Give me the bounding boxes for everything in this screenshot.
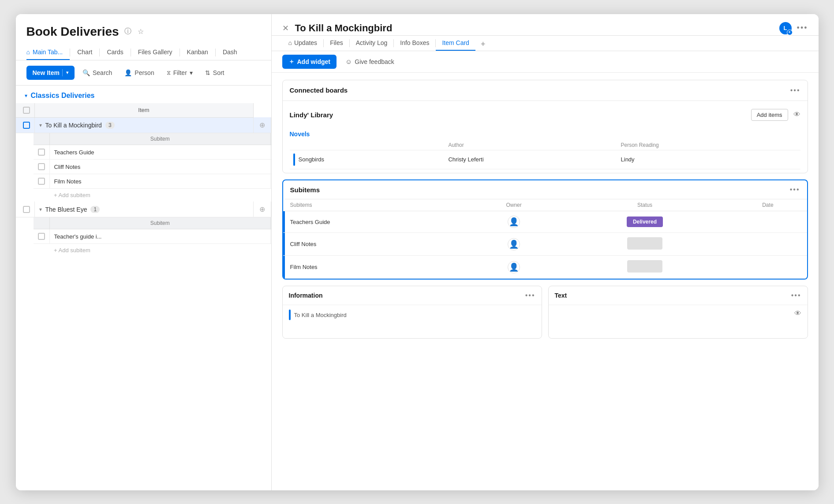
add-tab-button[interactable]: +	[477, 38, 489, 51]
app-window: Book Deliveries ⓘ ☆ ⌂ Main Tab...	[16, 14, 819, 490]
group-title: Classics Deliveries	[31, 92, 95, 100]
info-icon-btn[interactable]: ⓘ	[123, 26, 132, 37]
tab-files-gallery[interactable]: Files Gallery	[131, 45, 180, 60]
expand-icon[interactable]: ▾	[39, 122, 42, 128]
information-content: To Kill a Mockingbird	[289, 310, 347, 320]
subitems-header-row: Subitems Owner Status Date	[283, 199, 807, 211]
tab-info-boxes[interactable]: Info Boxes	[394, 36, 435, 51]
tab-main[interactable]: ⌂ Main Tab...	[26, 45, 70, 60]
tab-chart[interactable]: Chart	[70, 45, 99, 60]
group-header: ▾ Classics Deliveries	[16, 86, 271, 103]
tab-updates[interactable]: ⌂ Updates	[282, 36, 324, 51]
add-subitem-button[interactable]: ⊕	[259, 205, 265, 213]
main-content: Book Deliveries ⓘ ☆ ⌂ Main Tab...	[16, 14, 819, 490]
subitem-owner-cell: 👤	[467, 256, 561, 279]
cb-header: Connected boards •••	[283, 80, 808, 101]
more-options-button[interactable]: •••	[797, 23, 808, 33]
subitems-data-row: Teachers Guide 👤 Delivered	[283, 211, 807, 233]
subitems-card-header: Subitems •••	[283, 180, 807, 199]
new-item-button[interactable]: New Item ▾	[26, 66, 75, 80]
novel-author-col: Author	[445, 140, 617, 150]
add-subitem-button[interactable]: ⊕	[259, 121, 265, 129]
expand-icon[interactable]: ▾	[39, 206, 42, 213]
text-card-body: 👁	[549, 305, 808, 322]
subitem-owner-cell: 👤	[467, 211, 561, 233]
information-text: To Kill a Mockingbird	[294, 312, 347, 318]
info-icon: ⓘ	[124, 27, 131, 36]
close-button[interactable]: ✕	[282, 23, 289, 33]
text-eye-btn[interactable]: 👁	[794, 310, 801, 317]
novel-author-cell: Christy Leferti	[445, 150, 617, 169]
subitem-checkbox[interactable]	[38, 149, 45, 156]
person-button[interactable]: 👤 Person	[120, 67, 158, 79]
item-name-cell[interactable]: ▾ The Bluest Eye 1	[34, 202, 253, 217]
item-card-title: To Kill a Mockingbird	[295, 22, 393, 34]
feedback-button[interactable]: ☺ Give feedback	[341, 55, 399, 68]
connected-boards-more-btn[interactable]: •••	[790, 86, 800, 94]
novel-person-cell: Lindy	[617, 150, 800, 169]
item-count-badge: 3	[105, 122, 115, 129]
add-subitem-row[interactable]: + Add subitem	[34, 189, 271, 202]
group-collapse-btn[interactable]: ▾	[25, 93, 27, 99]
novels-header-row: Author Person Reading	[290, 140, 800, 150]
add-subitem-row-2[interactable]: + Add subitem	[34, 244, 271, 257]
sort-button[interactable]: ⇅ Sort	[201, 67, 229, 79]
text-card-header: Text •••	[549, 286, 808, 305]
subitem-section: Subitem	[16, 133, 271, 202]
filter-chevron-icon: ▾	[190, 69, 193, 76]
star-icon-btn[interactable]: ☆	[137, 26, 145, 37]
row-checkbox-cell	[16, 202, 35, 217]
tab-files[interactable]: Files	[324, 36, 349, 51]
novel-row: Songbirds Christy Leferti Lindy	[290, 150, 800, 169]
text-more-btn[interactable]: •••	[791, 291, 801, 299]
select-all-checkbox[interactable]	[23, 107, 30, 114]
subitems-more-btn[interactable]: •••	[790, 186, 800, 194]
item-name-cell[interactable]: ▾ To Kill a Mockingbird 3	[34, 117, 253, 133]
subitem-checkbox[interactable]	[38, 163, 45, 170]
row-checkbox[interactable]	[23, 206, 30, 213]
add-items-button[interactable]: Add items	[751, 109, 788, 121]
item-card-header: ✕ To Kill a Mockingbird L + •••	[272, 14, 819, 36]
add-widget-button[interactable]: ＋ Add widget	[282, 55, 337, 69]
add-subitem-label-2[interactable]: + Add subitem	[49, 244, 271, 257]
subitem-header-row-2: Subitem	[34, 217, 271, 229]
tab-cards[interactable]: Cards	[100, 45, 130, 60]
information-card: Information ••• To Kill a Mockingbird	[282, 286, 542, 339]
subitem-row-name: Teachers Guide	[285, 211, 467, 233]
item-name: To Kill a Mockingbird	[45, 122, 102, 129]
subitem-name-cell: Teacher's guide i...	[49, 229, 271, 244]
home-icon: ⌂	[26, 49, 30, 56]
avatar-button[interactable]: L +	[778, 21, 793, 35]
novel-name-cell: Songbirds	[290, 150, 445, 169]
add-subitem-label[interactable]: + Add subitem	[49, 189, 271, 202]
search-button[interactable]: 🔍 Search	[78, 67, 116, 79]
row-checkbox[interactable]	[23, 122, 30, 129]
tab-item-card[interactable]: Item Card	[436, 36, 475, 51]
subitem-name: Cliff Notes	[54, 164, 81, 170]
sub-checkbox-cell	[34, 160, 50, 174]
information-card-body: To Kill a Mockingbird	[283, 305, 542, 325]
table-row: ▾ To Kill a Mockingbird 3 ⊕	[16, 117, 271, 133]
filter-icon: ⧖	[167, 69, 171, 76]
subitem-checkbox[interactable]	[38, 178, 45, 185]
item-name: The Bluest Eye	[45, 206, 87, 213]
text-card-title: Text	[555, 292, 567, 299]
filter-button[interactable]: ⧖ Filter ▾	[162, 67, 197, 79]
text-eye-icon: 👁	[794, 310, 801, 317]
sub-action-header-2	[271, 217, 271, 229]
information-card-title: Information	[289, 292, 323, 299]
board-header: Book Deliveries ⓘ ☆ ⌂ Main Tab...	[16, 14, 271, 60]
information-more-btn[interactable]: •••	[525, 291, 535, 299]
new-item-dropdown-arrow: ▾	[62, 69, 68, 76]
sub-checkbox-cell	[34, 174, 50, 189]
tab-dash[interactable]: Dash	[216, 45, 244, 60]
owner-person-icon: 👤	[509, 217, 519, 227]
right-panel: ✕ To Kill a Mockingbird L + ••• ⌂ Update…	[272, 14, 819, 490]
tab-activity-log[interactable]: Activity Log	[350, 36, 394, 51]
subitem-checkbox[interactable]	[38, 233, 45, 240]
subitem-header-row: Subitem	[34, 133, 271, 145]
tab-kanban[interactable]: Kanban	[180, 45, 215, 60]
owner-avatar: 👤	[508, 261, 520, 273]
eye-off-button[interactable]: 👁	[793, 111, 800, 119]
add-subitem-cell: ⊕	[253, 202, 271, 217]
